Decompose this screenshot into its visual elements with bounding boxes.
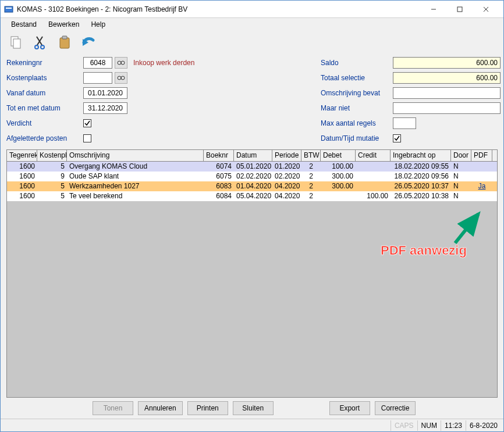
toolbar <box>1 31 503 54</box>
cell: 02.02.2020 <box>234 172 272 181</box>
annuleren-button[interactable]: Annuleren <box>138 401 183 415</box>
maximize-button[interactable] <box>446 1 473 17</box>
vanaf-input[interactable] <box>83 87 127 99</box>
cell: N <box>451 172 471 181</box>
undo-button[interactable] <box>79 32 100 53</box>
svg-rect-7 <box>13 39 20 48</box>
copy-button[interactable] <box>5 32 26 53</box>
cell: 02.2020 <box>272 172 301 181</box>
max-input[interactable] <box>393 117 416 129</box>
maarniet-input[interactable] <box>393 102 501 114</box>
cell: 300.00 <box>321 172 356 181</box>
table-row[interactable]: 16005Te veel berekend608405.04.202004.20… <box>7 191 497 201</box>
col-tegenrek[interactable]: Tegenrek <box>7 150 37 161</box>
cell: 04.2020 <box>272 191 301 201</box>
totaal-label: Totaal selectie <box>321 74 391 82</box>
col-pdf[interactable]: PDF <box>471 150 492 161</box>
table-row[interactable]: 16009Oude SAP klant607502.02.202002.2020… <box>7 172 497 181</box>
cell: 5 <box>37 162 67 172</box>
cell: Werkzaamheden 1027 <box>67 181 204 191</box>
rekeningnr-desc: Inkoop werk derden <box>133 59 194 67</box>
app-window: KOMAS - 3102 Boekingen - 2: Nicogram Tes… <box>0 0 504 432</box>
menu-bestand[interactable]: Bestand <box>5 19 42 30</box>
col-door[interactable]: Door <box>451 150 471 161</box>
afgeletterde-checkbox[interactable] <box>83 134 91 142</box>
cell: 100.00 <box>356 191 391 201</box>
cell: 18.02.2020 09:56 <box>391 172 451 181</box>
status-num: NUM <box>417 420 441 431</box>
menu-bewerken[interactable]: Bewerken <box>42 19 85 30</box>
cell <box>471 162 492 172</box>
window-title: KOMAS - 3102 Boekingen - 2: Nicogram Tes… <box>17 5 420 13</box>
svg-point-10 <box>35 45 38 49</box>
cell: 26.05.2020 10:37 <box>391 181 451 191</box>
verdicht-checkbox[interactable] <box>83 119 91 127</box>
pdf-link[interactable]: Ja <box>478 182 486 190</box>
col-kostenpl[interactable]: Kostenpl <box>37 150 67 161</box>
svg-rect-1 <box>6 8 12 9</box>
minimize-button[interactable] <box>420 1 446 17</box>
printen-button[interactable]: Printen <box>187 401 228 415</box>
grid-header: Tegenrek Kostenpl Omschrijving Boeknr Da… <box>7 150 497 162</box>
cell: 5 <box>37 181 67 191</box>
max-label: Max aantal regels <box>321 119 391 127</box>
tot-input[interactable] <box>83 102 127 114</box>
tonen-button[interactable]: Tonen <box>93 401 133 415</box>
cell: N <box>451 162 471 172</box>
correctie-button[interactable]: Correctie <box>375 401 416 415</box>
col-debet[interactable]: Debet <box>321 150 356 161</box>
col-omschrijving[interactable]: Omschrijving <box>67 150 204 161</box>
cell: 1600 <box>7 181 37 191</box>
kostenplaats-lookup[interactable] <box>115 72 127 84</box>
datumtijd-checkbox[interactable] <box>393 134 401 142</box>
col-boeknr[interactable]: Boeknr <box>204 150 234 161</box>
cell: 1600 <box>7 162 37 172</box>
omschrijving-label: Omschrijving bevat <box>321 89 391 97</box>
cell: N <box>451 181 471 191</box>
svg-point-18 <box>121 76 125 80</box>
table-row[interactable]: 16005Werkzaamheden 1027608301.04.202004.… <box>7 181 497 191</box>
cell: 6075 <box>204 172 234 181</box>
kostenplaats-input[interactable] <box>83 72 112 84</box>
cell: 01.04.2020 <box>234 181 272 191</box>
status-bar: CAPS NUM 11:23 6-8-2020 <box>1 419 503 431</box>
status-date: 6-8-2020 <box>466 420 501 431</box>
cell: 5 <box>37 191 67 201</box>
col-ingebracht[interactable]: Ingebracht op <box>391 150 451 161</box>
cell: 100.00 <box>321 162 356 172</box>
rekeningnr-input[interactable] <box>83 57 112 69</box>
cell <box>321 191 356 201</box>
status-caps: CAPS <box>391 420 417 431</box>
paste-button[interactable] <box>54 32 75 53</box>
col-btw[interactable]: BTW <box>301 150 321 161</box>
col-periode[interactable]: Periode <box>272 150 301 161</box>
close-button[interactable] <box>473 1 499 17</box>
cell: 1600 <box>7 172 37 181</box>
cell: 01.2020 <box>272 162 301 172</box>
saldo-label: Saldo <box>321 59 391 67</box>
svg-point-11 <box>41 45 44 49</box>
sluiten-button[interactable]: Sluiten <box>233 401 274 415</box>
afgeletterde-label: Afgeletterde posten <box>6 134 81 142</box>
cell: Overgang KOMAS Cloud <box>67 162 204 172</box>
svg-point-17 <box>118 76 121 80</box>
button-bar: Tonen Annuleren Printen Sluiten Export C… <box>1 398 503 419</box>
cell: Oude SAP klant <box>67 172 204 181</box>
vanaf-label: Vanaf datum <box>6 89 81 97</box>
omschrijving-input[interactable] <box>393 87 501 99</box>
cell: N <box>451 191 471 201</box>
cell: 05.04.2020 <box>234 191 272 201</box>
cut-button[interactable] <box>30 32 51 53</box>
datumtijd-label: Datum/Tijd mutatie <box>321 134 391 142</box>
grid-body: 16005Overgang KOMAS Cloud607405.01.20200… <box>7 162 497 397</box>
table-row[interactable]: 16005Overgang KOMAS Cloud607405.01.20200… <box>7 162 497 172</box>
col-datum[interactable]: Datum <box>234 150 272 161</box>
cell: 1600 <box>7 191 37 201</box>
export-button[interactable]: Export <box>329 401 370 415</box>
col-credit[interactable]: Credit <box>356 150 391 161</box>
data-grid[interactable]: Tegenrek Kostenpl Omschrijving Boeknr Da… <box>6 149 498 398</box>
cell: 05.01.2020 <box>234 162 272 172</box>
cell: Ja <box>471 181 492 191</box>
rekeningnr-lookup[interactable] <box>115 57 127 69</box>
menu-help[interactable]: Help <box>85 19 111 30</box>
